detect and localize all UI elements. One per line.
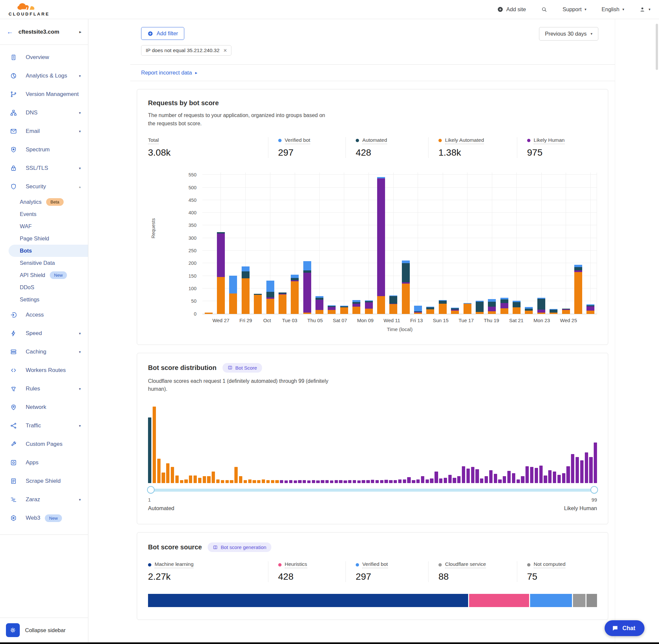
- chevron-right-icon: ▸: [195, 70, 197, 75]
- bar-segment-likely-human: [328, 307, 336, 310]
- bot-score-doc-badge[interactable]: Bot Score: [222, 363, 262, 373]
- sidebar-item-rules[interactable]: Rules▾: [0, 380, 88, 398]
- sidebar-item-api-shield[interactable]: API ShieldNew: [0, 269, 88, 281]
- sidebar-item-speed[interactable]: Speed▾: [0, 324, 88, 343]
- back-arrow-icon[interactable]: ←: [6, 28, 13, 36]
- bar-slot: [486, 172, 498, 314]
- sidebar-item-zaraz[interactable]: Zaraz▾: [0, 490, 88, 509]
- caret-down-icon: ▾: [622, 7, 625, 12]
- stat-label: Heuristics: [278, 561, 307, 568]
- sidebar-item-email[interactable]: Email▾: [0, 122, 88, 140]
- hist-bar-automated: [148, 417, 151, 483]
- sidebar-item-dns[interactable]: DNS▾: [0, 104, 88, 122]
- stacked-bar: [340, 306, 348, 314]
- y-tick-label: 150: [189, 273, 196, 279]
- bar-segment-likely-automated: [525, 310, 533, 314]
- sidebar-item-access[interactable]: Access: [0, 306, 88, 324]
- close-icon[interactable]: ×: [223, 47, 227, 53]
- x-tick-label: [550, 318, 560, 323]
- bar-segment-likely-automated: [549, 313, 558, 314]
- hist-bar-likely-human: [366, 480, 370, 483]
- bar-segment-automated: [537, 299, 545, 309]
- y-tick-label: 350: [189, 223, 196, 228]
- settings-gear-button[interactable]: [6, 623, 20, 637]
- hist-bar-likely-human: [389, 480, 392, 483]
- hist-bar-likely-human: [521, 476, 524, 483]
- y-tick-label: 50: [191, 298, 196, 304]
- sidebar-item-page-shield[interactable]: Page Shield: [0, 232, 88, 245]
- sidebar-item-workers-routes[interactable]: Workers Routes: [0, 361, 88, 380]
- bot-score-generation-doc-badge[interactable]: Bot score generation: [208, 543, 271, 552]
- sidebar-item-label: Custom Pages: [26, 441, 63, 447]
- y-tick-label: 500: [189, 185, 196, 190]
- bar-segment-likely-human: [365, 302, 373, 309]
- sidebar-item-ddos[interactable]: DDoS: [0, 281, 88, 294]
- slider-handle-min[interactable]: [147, 486, 155, 493]
- add-filter-button[interactable]: Add filter: [141, 27, 184, 40]
- slider-handle-max[interactable]: [590, 486, 598, 493]
- bar-segment-likely-human: [488, 307, 496, 311]
- y-axis-label: Requests: [151, 218, 156, 238]
- report-incorrect-data-link[interactable]: Report incorrect data: [141, 70, 192, 76]
- sidebar-item-label: API Shield: [20, 272, 45, 278]
- bar-slot: [547, 172, 560, 314]
- hist-bar-likely-human: [512, 473, 515, 483]
- sidebar-item-custom-pages[interactable]: Custom Pages: [0, 435, 88, 454]
- chat-button[interactable]: Chat: [605, 620, 644, 636]
- x-tick-label: [474, 318, 484, 323]
- sidebar-item-network[interactable]: Network: [0, 398, 88, 416]
- cloudflare-logo[interactable]: CLOUDFLARE: [8, 3, 50, 16]
- sidebar-item-security[interactable]: Security▴: [0, 178, 88, 196]
- bar-segment-likely-human: [537, 309, 545, 313]
- bar-segment-automated: [476, 302, 484, 312]
- date-range-select[interactable]: Previous 30 days ▾: [539, 27, 598, 41]
- add-site-button[interactable]: Add site: [497, 6, 526, 13]
- hist-bar-likely-automated: [234, 467, 238, 483]
- stacked-bar: [439, 300, 447, 314]
- stacked-bar: [549, 309, 558, 314]
- chevron-right-icon[interactable]: ▸: [79, 29, 81, 34]
- sidebar-item-analytics[interactable]: AnalyticsBeta: [0, 196, 88, 208]
- card-title: Requests by bot score: [148, 99, 219, 107]
- sidebar-item-label: Security: [26, 183, 46, 190]
- site-row: ← cftestsite3.com ▸: [0, 19, 88, 45]
- sidebar-item-scrape-shield[interactable]: Scrape Shield: [0, 472, 88, 490]
- sidebar-item-apps[interactable]: Apps: [0, 454, 88, 472]
- x-tick-label: Thu 19: [484, 318, 499, 323]
- language-menu[interactable]: English ▾: [602, 6, 625, 13]
- report-row: Report incorrect data ▸: [130, 65, 615, 81]
- collapse-sidebar-label[interactable]: Collapse sidebar: [25, 627, 66, 634]
- bar-segment-likely-human: [352, 304, 360, 307]
- search-button[interactable]: [541, 6, 547, 13]
- stat-value: 88: [439, 572, 517, 582]
- sidebar-item-web3[interactable]: Web3New: [0, 509, 88, 527]
- stat-label: Verified bot: [356, 561, 388, 568]
- sidebar-item-settings[interactable]: Settings: [0, 294, 88, 306]
- sidebar-item-traffic[interactable]: Traffic▾: [0, 416, 88, 435]
- source-stats: Machine learning2.27kHeuristics428Verifi…: [148, 561, 597, 582]
- sidebar-item-version-management[interactable]: Version Management: [0, 85, 88, 104]
- sidebar-item-spectrum[interactable]: Spectrum: [0, 140, 88, 159]
- scrollbar-thumb[interactable]: [656, 24, 658, 70]
- shield-icon: [10, 183, 17, 190]
- caret-down-icon: ▾: [585, 7, 587, 12]
- access-icon: [10, 311, 17, 319]
- filter-chip[interactable]: IP does not equal 35.212.240.32 ×: [141, 45, 231, 56]
- sidebar-item-analytics-logs[interactable]: Analytics & Logs▾: [0, 67, 88, 85]
- lock-icon: [10, 164, 17, 172]
- bar-segment-likely-human: [587, 306, 594, 311]
- slider-track[interactable]: [149, 489, 596, 492]
- hist-bar-likely-human: [517, 480, 520, 483]
- sidebar-item-overview[interactable]: Overview: [0, 48, 88, 67]
- support-menu[interactable]: Support ▾: [562, 6, 586, 13]
- sidebar-item-events[interactable]: Events: [0, 208, 88, 220]
- bar-segment-automated: [549, 309, 558, 313]
- sidebar-item-caching[interactable]: Caching▾: [0, 343, 88, 361]
- sidebar-item-sensitive-data[interactable]: Sensitive Data: [0, 257, 88, 269]
- sidebar-item-waf[interactable]: WAF: [0, 220, 88, 232]
- sidebar-item-ssl-tls[interactable]: SSL/TLS▾: [0, 159, 88, 178]
- sidebar-item-label: SSL/TLS: [26, 165, 48, 171]
- account-menu[interactable]: ▾: [639, 6, 651, 13]
- sidebar-item-bots[interactable]: Bots: [8, 245, 88, 257]
- card-title: Bot score distribution: [148, 364, 217, 372]
